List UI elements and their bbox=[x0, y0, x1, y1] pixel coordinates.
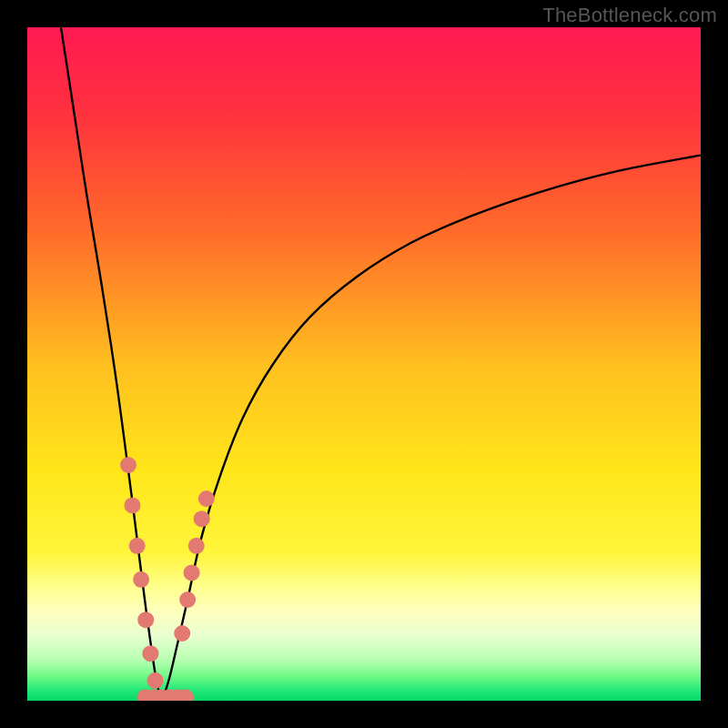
marker-dot bbox=[129, 538, 146, 554]
marker-dot bbox=[120, 457, 136, 473]
marker-dot bbox=[188, 538, 205, 554]
chart-frame: TheBottleneck.com bbox=[0, 0, 728, 728]
marker-dot bbox=[142, 645, 158, 662]
marker-dot bbox=[179, 592, 196, 608]
marker-dot bbox=[147, 672, 164, 689]
watermark-text: TheBottleneck.com bbox=[542, 4, 717, 27]
marker-dot bbox=[174, 625, 190, 642]
marker-dot bbox=[184, 564, 200, 581]
marker-dot bbox=[133, 571, 149, 588]
plot-area bbox=[27, 27, 701, 701]
bottleneck-curve bbox=[27, 27, 701, 701]
marker-dot bbox=[198, 490, 215, 507]
marker-layer bbox=[120, 457, 215, 701]
marker-dot bbox=[194, 511, 210, 527]
marker-dot bbox=[124, 497, 140, 513]
curve-right-branch bbox=[162, 156, 701, 701]
marker-dot bbox=[137, 612, 154, 628]
curve-left-branch bbox=[61, 27, 162, 701]
